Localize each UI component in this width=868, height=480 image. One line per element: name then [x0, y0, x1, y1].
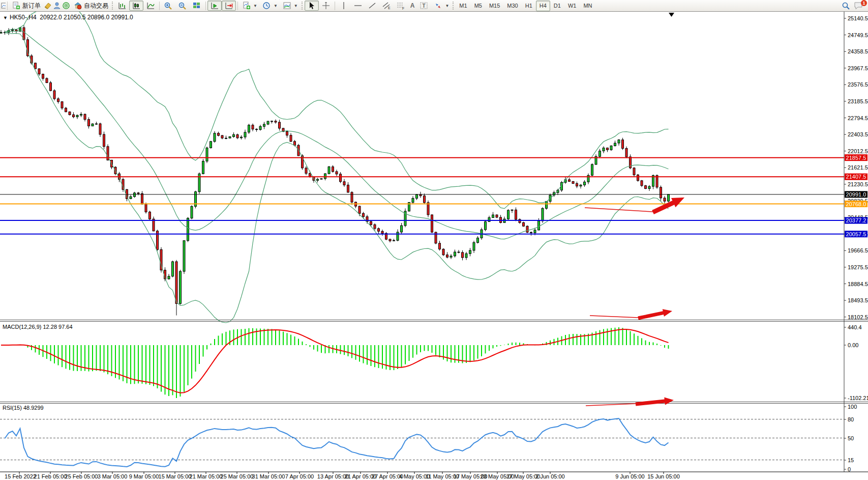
- arrows-tool-button[interactable]: ▼: [431, 1, 452, 11]
- chart-dropdown-icon[interactable]: ▼: [3, 15, 8, 20]
- timeframe-m5[interactable]: M5: [471, 1, 486, 11]
- candle-body: [279, 122, 281, 128]
- line-chart-button[interactable]: [143, 1, 158, 11]
- channel-tool-button[interactable]: E: [379, 1, 394, 11]
- rsi-indicator-label: RSI(15) 48.9299: [3, 405, 44, 411]
- time-axis-label: 25 Mar 05:00: [221, 473, 254, 479]
- candle-body: [485, 221, 487, 230]
- candle-body: [69, 112, 71, 115]
- candle-body: [607, 148, 609, 150]
- crosshair-button[interactable]: [319, 1, 333, 11]
- zoom-out-button[interactable]: [175, 1, 190, 11]
- fibonacci-icon: F: [396, 2, 405, 10]
- indicators-button[interactable]: ▼: [240, 1, 260, 11]
- candle-body: [538, 221, 540, 230]
- candle-body: [53, 91, 55, 99]
- chart-title[interactable]: ▼HK50-,H4 20922.0 21050.5 20896.0 20991.…: [3, 14, 133, 21]
- toolbar-grip[interactable]: [453, 2, 454, 10]
- timeframe-m1[interactable]: M1: [456, 1, 470, 11]
- periods-button[interactable]: ▼: [260, 1, 280, 11]
- candle-body: [546, 202, 548, 209]
- price-axis-label: 18884.5: [848, 281, 868, 287]
- profile-icon[interactable]: [52, 2, 62, 10]
- candle-body: [236, 135, 238, 138]
- candle-body: [591, 164, 593, 175]
- search-icon[interactable]: [842, 2, 851, 10]
- trendline-tool-button[interactable]: [365, 1, 379, 11]
- timeframe-h1[interactable]: H1: [522, 1, 536, 11]
- time-axis-label: 15 Feb 2022: [5, 473, 36, 479]
- candle-body: [229, 136, 231, 138]
- candle-body: [271, 121, 273, 122]
- time-axis-label: 31 Mar 05:00: [252, 473, 285, 479]
- chat-button[interactable]: 1: [854, 1, 865, 10]
- candle-body: [252, 125, 254, 129]
- candle-body: [431, 215, 433, 232]
- templates-button[interactable]: ▼: [280, 1, 301, 11]
- candle-body: [343, 182, 345, 185]
- candle-body: [610, 146, 612, 150]
- toolbar: 新订单 自动交易: [0, 0, 868, 12]
- time-axis-label: 15 Jun 05:00: [647, 473, 680, 479]
- toolbar-grip[interactable]: [302, 2, 303, 10]
- fibonacci-tool-button[interactable]: F: [394, 1, 408, 11]
- candle-body: [358, 206, 361, 213]
- auto-scroll-button[interactable]: [207, 1, 222, 11]
- time-axis-label: 9 Mar 05:00: [129, 473, 159, 479]
- eraser-icon[interactable]: [43, 2, 52, 10]
- candle-body: [370, 221, 372, 224]
- timeframe-m15[interactable]: M15: [486, 1, 503, 11]
- zoom-in-button[interactable]: [161, 1, 175, 11]
- horizontal-line-icon: [353, 2, 363, 10]
- candle-body: [134, 193, 136, 196]
- dropdown-caret: ▼: [274, 4, 278, 8]
- candle-body: [526, 226, 528, 232]
- candlestick-chart-button[interactable]: [129, 1, 143, 11]
- text-label-tool-button[interactable]: T: [417, 1, 431, 11]
- candle-body: [46, 78, 48, 82]
- macd-indicator-label: MACD(12,26,9) 12.28 97.64: [3, 324, 73, 330]
- tile-windows-button[interactable]: [190, 1, 204, 11]
- candle-body: [179, 271, 182, 303]
- price-badge-label: 21407.5: [846, 174, 866, 180]
- candle-body: [618, 140, 620, 143]
- svg-text:T: T: [423, 3, 426, 9]
- price-axis-label: 19666.5: [848, 247, 868, 253]
- chart-window-icon[interactable]: [1, 2, 6, 10]
- candle-body: [340, 174, 342, 182]
- equidistant-channel-icon: E: [382, 2, 391, 10]
- chart-canvas[interactable]: 25140.524749.524358.523967.523576.523185…: [0, 0, 868, 480]
- toolbar-grip[interactable]: [112, 2, 113, 10]
- candle-body: [393, 240, 395, 241]
- cursor-button[interactable]: [305, 1, 319, 11]
- candle-body: [462, 252, 464, 258]
- timeframe-mn[interactable]: MN: [580, 1, 595, 11]
- time-axis-label: 21 Feb 05:00: [34, 473, 67, 479]
- candle-body: [149, 212, 151, 219]
- timeframe-h4[interactable]: H4: [536, 1, 550, 11]
- timeframe-w1[interactable]: W1: [564, 1, 580, 11]
- candle-body: [389, 239, 391, 241]
- candle-body: [183, 241, 185, 271]
- rsi-axis-label: 0: [848, 466, 851, 472]
- indicators-icon: [242, 2, 251, 10]
- chart-shift-icon: [224, 2, 233, 10]
- vertical-line-tool-button[interactable]: [337, 1, 351, 11]
- horizontal-line-tool-button[interactable]: [351, 1, 365, 11]
- auto-trading-button[interactable]: 自动交易: [71, 1, 111, 11]
- text-tool-button[interactable]: A: [408, 1, 417, 11]
- new-order-button[interactable]: 新订单: [9, 1, 43, 11]
- timeframe-d1[interactable]: D1: [550, 1, 564, 11]
- candle-body: [320, 179, 322, 179]
- price-axis-label: 25140.5: [848, 15, 868, 21]
- candle-body: [515, 210, 517, 219]
- timeframe-m30[interactable]: M30: [503, 1, 521, 11]
- candle-body: [324, 174, 326, 179]
- candle-body: [446, 255, 448, 258]
- ohlc-values: 20922.0 21050.5 20896.0 20991.0: [40, 14, 133, 21]
- chart-shift-button[interactable]: [222, 1, 236, 11]
- timeframe-group: M1M5M15M30H1H4D1W1MN: [456, 1, 595, 11]
- signal-icon[interactable]: [62, 2, 71, 10]
- time-axis-label: 25 Feb 05:00: [65, 473, 98, 479]
- bar-chart-button[interactable]: [115, 1, 129, 11]
